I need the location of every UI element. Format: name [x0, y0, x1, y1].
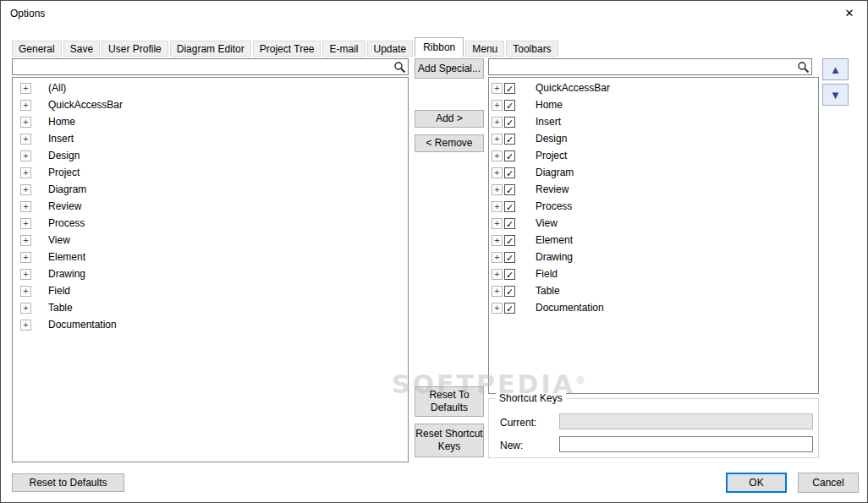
selected-item[interactable]: +✓Element	[489, 232, 818, 249]
available-item[interactable]: +Drawing	[13, 265, 408, 282]
cancel-button[interactable]: Cancel	[798, 473, 859, 493]
available-item[interactable]: +Design	[13, 147, 408, 164]
tab-general[interactable]: General	[12, 41, 62, 57]
item-checkbox[interactable]: ✓	[504, 150, 515, 161]
item-checkbox[interactable]: ✓	[504, 167, 515, 178]
available-item[interactable]: +Insert	[13, 130, 408, 147]
tab-save[interactable]: Save	[63, 41, 100, 57]
tab-menu[interactable]: Menu	[465, 41, 504, 57]
available-item[interactable]: +Field	[13, 282, 408, 299]
expand-icon[interactable]: +	[492, 83, 503, 94]
expand-icon[interactable]: +	[492, 252, 503, 263]
expand-icon[interactable]: +	[492, 269, 503, 280]
item-checkbox[interactable]: ✓	[504, 100, 515, 111]
available-item[interactable]: +QuickAccessBar	[13, 96, 408, 113]
selected-item[interactable]: +✓Design	[489, 130, 818, 147]
item-checkbox[interactable]: ✓	[504, 201, 515, 212]
selected-item[interactable]: +✓Project	[489, 147, 818, 164]
expand-icon[interactable]: +	[492, 167, 503, 178]
ok-button[interactable]: OK	[726, 473, 787, 493]
expand-icon[interactable]: +	[492, 218, 503, 229]
expand-icon[interactable]: +	[20, 150, 31, 161]
expand-icon[interactable]: +	[20, 286, 31, 297]
expand-icon[interactable]: +	[20, 134, 31, 145]
expand-icon[interactable]: +	[20, 117, 31, 128]
expand-icon[interactable]: +	[492, 303, 503, 314]
expand-icon[interactable]: +	[20, 184, 31, 195]
item-checkbox[interactable]: ✓	[504, 117, 515, 128]
item-checkbox[interactable]: ✓	[504, 235, 515, 246]
available-item[interactable]: +Review	[13, 198, 408, 215]
tab-update[interactable]: Update	[367, 41, 414, 57]
selected-item[interactable]: +✓Documentation	[489, 299, 818, 316]
item-checkbox[interactable]: ✓	[504, 303, 515, 314]
expand-icon[interactable]: +	[20, 320, 31, 331]
tab-project-tree[interactable]: Project Tree	[253, 41, 321, 57]
available-tree[interactable]: +(All)+QuickAccessBar+Home+Insert+Design…	[12, 77, 409, 462]
close-icon[interactable]: ✕	[840, 5, 859, 22]
expand-icon[interactable]: +	[20, 167, 31, 178]
selected-item[interactable]: +✓QuickAccessBar	[489, 79, 818, 96]
tab-ribbon[interactable]: Ribbon	[415, 37, 464, 57]
expand-icon[interactable]: +	[20, 201, 31, 212]
item-checkbox[interactable]: ✓	[504, 134, 515, 145]
reset-shortcut-keys-button[interactable]: Reset Shortcut Keys	[415, 424, 484, 457]
move-up-button[interactable]: ▲	[822, 58, 849, 80]
available-item[interactable]: +Element	[13, 249, 408, 265]
footer-reset-to-defaults-button[interactable]: Reset to Defaults	[12, 473, 124, 492]
available-search-input[interactable]	[15, 60, 390, 74]
selected-item[interactable]: +✓Drawing	[489, 249, 818, 265]
tab-toolbars[interactable]: Toolbars	[506, 41, 558, 57]
expand-icon[interactable]: +	[492, 184, 503, 195]
expand-icon[interactable]: +	[20, 303, 31, 314]
expand-icon[interactable]: +	[492, 201, 503, 212]
add-special-button[interactable]: Add Special...	[415, 58, 484, 79]
selected-item[interactable]: +✓Home	[489, 96, 818, 113]
selected-tree[interactable]: +✓QuickAccessBar+✓Home+✓Insert+✓Design+✓…	[488, 77, 819, 394]
move-down-button[interactable]: ▼	[822, 84, 849, 106]
selected-search-input[interactable]	[492, 60, 794, 74]
available-item[interactable]: +Project	[13, 164, 408, 181]
title-bar[interactable]: Options ✕	[1, 1, 867, 26]
selected-item[interactable]: +✓Diagram	[489, 164, 818, 181]
expand-icon[interactable]: +	[492, 134, 503, 145]
item-checkbox[interactable]: ✓	[504, 218, 515, 229]
expand-icon[interactable]: +	[20, 235, 31, 246]
remove-button[interactable]: < Remove	[415, 134, 484, 152]
expand-icon[interactable]: +	[492, 150, 503, 161]
selected-item[interactable]: +✓Insert	[489, 113, 818, 130]
expand-icon[interactable]: +	[20, 218, 31, 229]
tab-diagram-editor[interactable]: Diagram Editor	[170, 41, 251, 57]
expand-icon[interactable]: +	[492, 286, 503, 297]
selected-item[interactable]: +✓View	[489, 215, 818, 232]
selected-item[interactable]: +✓Process	[489, 198, 818, 215]
selected-item[interactable]: +✓Field	[489, 265, 818, 282]
reset-to-defaults-button[interactable]: Reset To Defaults	[415, 386, 484, 417]
available-item[interactable]: +Process	[13, 215, 408, 232]
tab-e-mail[interactable]: E-mail	[322, 41, 365, 57]
available-item[interactable]: +Documentation	[13, 316, 408, 333]
available-item[interactable]: +View	[13, 232, 408, 249]
item-checkbox[interactable]: ✓	[504, 269, 515, 280]
available-item[interactable]: +Home	[13, 113, 408, 130]
available-item[interactable]: +Diagram	[13, 181, 408, 198]
available-item[interactable]: +Table	[13, 299, 408, 316]
expand-icon[interactable]: +	[492, 235, 503, 246]
expand-icon[interactable]: +	[20, 83, 31, 94]
item-label: Diagram	[536, 167, 574, 178]
selected-item[interactable]: +✓Review	[489, 181, 818, 198]
expand-icon[interactable]: +	[492, 117, 503, 128]
expand-icon[interactable]: +	[20, 100, 31, 111]
add-button[interactable]: Add >	[415, 110, 484, 128]
new-shortcut-input[interactable]	[559, 436, 813, 452]
item-checkbox[interactable]: ✓	[504, 83, 515, 94]
expand-icon[interactable]: +	[20, 252, 31, 263]
expand-icon[interactable]: +	[20, 269, 31, 280]
item-checkbox[interactable]: ✓	[504, 286, 515, 297]
selected-item[interactable]: +✓Table	[489, 282, 818, 299]
expand-icon[interactable]: +	[492, 100, 503, 111]
available-item[interactable]: +(All)	[13, 79, 408, 96]
item-checkbox[interactable]: ✓	[504, 184, 515, 195]
tab-user-profile[interactable]: User Profile	[102, 41, 168, 57]
item-checkbox[interactable]: ✓	[504, 252, 515, 263]
